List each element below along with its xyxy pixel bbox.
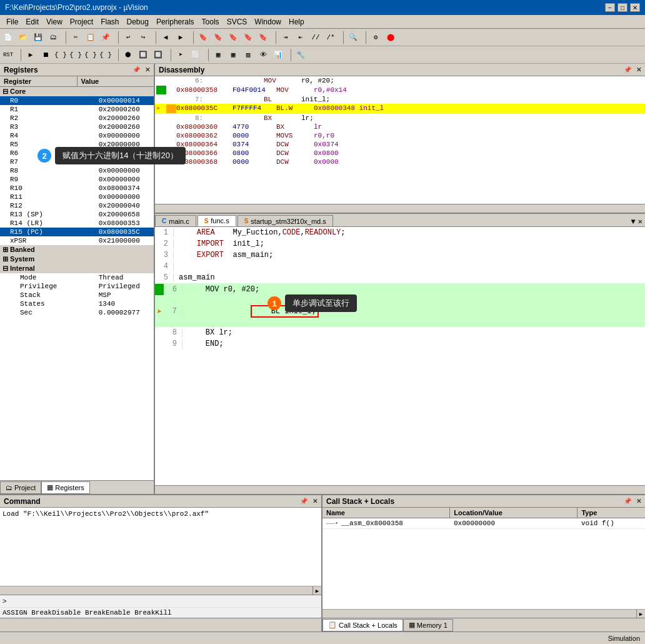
tab-startup[interactable]: S startup_stm32f10x_md.s [238,215,333,226]
reg-r11[interactable]: R11 0x00000000 [0,193,154,201]
rst-btn[interactable]: RST [1,48,15,62]
stop-btn[interactable]: ⬤ [384,31,398,44]
reg-r12[interactable]: R12 0x20000040 [0,201,154,210]
registers-pin[interactable]: 📌 [132,66,140,73]
stepassm-btn[interactable]: { } [99,48,112,62]
reg-states[interactable]: States 1340 [0,299,154,308]
reg-sec[interactable]: Sec 0.00002977 [0,308,154,317]
menu-project[interactable]: Project [66,16,97,28]
menu-view[interactable]: View [42,16,66,28]
tab-registers[interactable]: ▦ Registers [41,481,89,494]
registers-close[interactable]: ✕ [145,66,150,73]
command-pin[interactable]: 📌 [300,498,308,505]
tab-main-c[interactable]: C main.c [155,215,196,226]
registers-scroll[interactable]: ⊟ Core R0 0x00000014 R1 0x20000260 R2 0x… [0,87,154,480]
callstack-hscroll[interactable]: ▶ [322,609,645,618]
command-input[interactable] [9,598,319,605]
watch-btn[interactable]: 👁 [256,48,270,62]
bookmark3-btn[interactable]: 🔖 [226,31,240,44]
menu-edit[interactable]: Edit [22,16,42,28]
clearall-btn[interactable]: 🔲 [151,48,165,62]
tab-memory1[interactable]: ▦ Memory 1 [403,619,453,631]
mem2-btn[interactable]: ▦ [226,48,240,62]
find-btn[interactable]: 🔍 [346,31,360,44]
group-system[interactable]: ⊞ System [0,254,154,264]
run-to-btn[interactable]: ⬜ [189,48,202,62]
redo-btn[interactable]: ↪ [136,31,150,44]
reg-r15[interactable]: R15 (PC) 0x0800035C [0,228,154,236]
reg-r0[interactable]: R0 0x00000014 [0,96,154,105]
reg-mode[interactable]: Mode Thread [0,273,154,282]
minimize-button[interactable]: − [605,3,615,12]
reg-xpsr[interactable]: xPSR 0x21000000 [0,236,154,245]
disassembly-close[interactable]: ✕ [636,66,641,73]
undo-btn[interactable]: ↩ [121,31,135,44]
open-btn[interactable]: 📂 [16,31,30,44]
save-btn[interactable]: 💾 [31,31,45,44]
prev-btn[interactable]: ◀ [159,31,172,44]
disassembly-content[interactable]: 6: MOV r0, #20; 0x08000358 F04F0014 MOV … [155,76,645,204]
menu-window[interactable]: Window [251,16,285,28]
stepover-btn[interactable]: { } [69,48,82,62]
editor-dropdown[interactable]: ▼ [631,218,636,226]
scroll-right-btn[interactable]: ▶ [312,586,321,595]
tab-func-s[interactable]: S func.s [198,215,236,226]
mem3-btn[interactable]: ▨ [241,48,255,62]
close-button[interactable]: ✕ [630,3,640,12]
group-internal[interactable]: ⊟ Internal [0,264,154,273]
group-core[interactable]: ⊟ Core [0,87,154,96]
reg-r13[interactable]: R13 (SP) 0x20000658 [0,210,154,219]
callstack-pin[interactable]: 📌 [624,498,631,505]
step-btn[interactable]: { } [54,48,68,62]
reg-r5[interactable]: R5 0x20000000 [0,140,154,149]
bookmark4-btn[interactable]: 🔖 [241,31,255,44]
reg-r6[interactable]: R6 0x00000000 [0,149,154,158]
reg-r2[interactable]: R2 0x20000260 [0,114,154,123]
reg-r3[interactable]: R3 0x20000260 [0,123,154,131]
tab-project[interactable]: 🗂 Project [0,481,41,494]
callstack-close[interactable]: ✕ [636,498,641,505]
uncomment-btn[interactable]: /* [324,31,338,44]
maximize-button[interactable]: □ [618,3,628,12]
mem-btn[interactable]: ▦ [211,48,225,62]
paste-btn[interactable]: 📌 [99,31,112,44]
analysis-btn[interactable]: 📊 [271,48,285,62]
comment-btn[interactable]: // [309,31,322,44]
editor-close-x[interactable]: ✕ [638,217,642,226]
extra-btn[interactable]: ⚙ [369,31,382,44]
show-next-btn[interactable]: ➤ [174,48,188,62]
callstack-row-1[interactable]: ——• __asm_0x8000358 0x00000000 void f() [322,518,645,529]
menu-help[interactable]: Help [285,16,308,28]
menu-file[interactable]: File [2,16,22,28]
code-content[interactable]: 1 AREA My_Fuction,CODE,READONLY; 2 IMPOR… [155,227,645,485]
command-hscroll[interactable]: ▶ [0,586,321,595]
editor-hscroll[interactable] [155,485,645,494]
cut-btn[interactable]: ✂ [69,31,82,44]
unindent-btn[interactable]: ⇤ [294,31,308,44]
reg-stack[interactable]: Stack MSP [0,291,154,299]
bookmark2-btn[interactable]: 🔖 [211,31,225,44]
bookmark5-btn[interactable]: 🔖 [256,31,270,44]
stop2-btn[interactable]: ⏹ [39,48,52,62]
callstack-body[interactable]: ——• __asm_0x8000358 0x00000000 void f() [322,518,645,609]
tab-callstack[interactable]: 📋 Call Stack + Locals [322,619,403,631]
disasm-hscroll[interactable] [155,204,645,213]
new-file-btn[interactable]: 📄 [1,31,15,44]
breakpoint-btn[interactable]: 🔲 [136,48,150,62]
menu-tools[interactable]: Tools [198,16,223,28]
reg-privilege[interactable]: Privilege Privileged [0,282,154,291]
menu-debug[interactable]: Debug [123,16,152,28]
reg-r1[interactable]: R1 0x20000260 [0,105,154,114]
breakall-btn[interactable]: ⬢ [121,48,135,62]
copy-btn[interactable]: 📋 [84,31,98,44]
command-close[interactable]: ✕ [312,498,318,505]
reg-r10[interactable]: R10 0x08000374 [0,184,154,193]
indent-btn[interactable]: ⇥ [279,31,292,44]
group-banked[interactable]: ⊞ Banked [0,245,154,254]
reg-r14[interactable]: R14 (LR) 0x08000353 [0,219,154,228]
reg-r9[interactable]: R9 0x00000000 [0,175,154,184]
menu-svcs[interactable]: SVCS [223,16,251,28]
menu-peripherals[interactable]: Peripherals [152,16,198,28]
reg-r8[interactable]: R8 0x00000000 [0,166,154,175]
bookmark-btn[interactable]: 🔖 [196,31,210,44]
